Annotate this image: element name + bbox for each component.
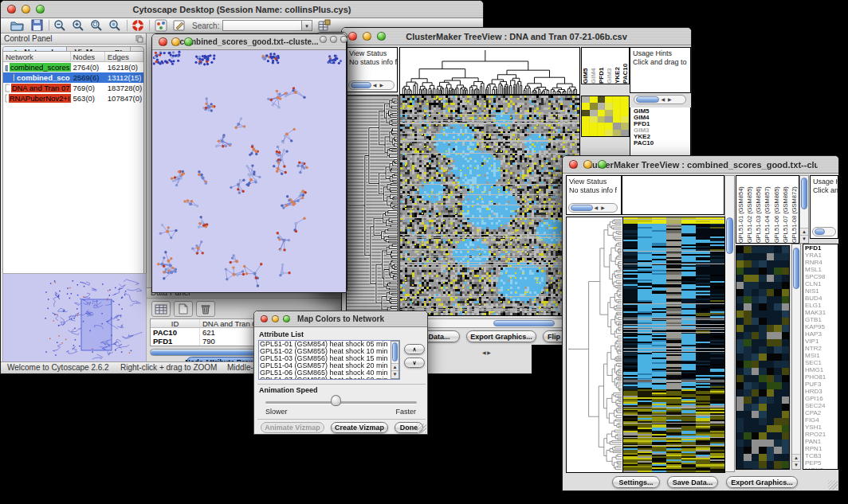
matrix-cell[interactable] [613, 130, 621, 136]
slider-thumb[interactable] [331, 395, 341, 406]
attribute-listbox[interactable]: GPL51-01 (GSM854) heat shock 05 minGPL51… [258, 340, 400, 380]
gene-label[interactable]: CLN1 [805, 280, 838, 287]
array-label[interactable]: PFD1 [598, 48, 605, 84]
matrix-cell[interactable] [605, 130, 613, 136]
array-label[interactable]: GPL51-01 (GSM854) [737, 176, 744, 243]
network-tree-row[interactable]: combined_scores2764(0)16218(0) [3, 62, 143, 72]
treeview1-heatmap-canvas[interactable] [399, 95, 580, 316]
usage-hints-scrollbar[interactable] [812, 227, 836, 236]
gene-label[interactable]: PEP5 [805, 459, 838, 467]
col-edges[interactable]: Edges [105, 52, 143, 61]
matrix-cell[interactable] [613, 96, 621, 103]
matrix-cell[interactable] [582, 123, 590, 129]
zoom-fit-button[interactable] [90, 19, 104, 32]
gene-label[interactable]: MSI1 [805, 352, 838, 359]
gene-label[interactable]: PFD1 [805, 244, 838, 252]
network-tree-row[interactable]: DNA and Tran 07769(0)183728(0) [3, 83, 143, 93]
export-graphics-button[interactable]: Export Graphics... [726, 476, 798, 488]
zoom-button[interactable] [184, 37, 193, 46]
column-labels-scrollbar[interactable]: ▲ ▼ [799, 175, 809, 244]
view-status-scrollbar[interactable]: ◀▶ [568, 203, 618, 213]
treeview2-column-labels[interactable]: GPL51-01 (GSM854)GPL51-02 (GSM855)GPL51-… [736, 175, 799, 244]
zoom-button[interactable] [283, 315, 290, 322]
matrix-cell[interactable] [598, 130, 606, 136]
treeview2-heatmap-canvas[interactable] [622, 217, 725, 473]
gene-label[interactable]: SEC24 [805, 402, 838, 409]
gene-label[interactable]: RPO21 [805, 431, 838, 438]
row-dendrogram-canvas[interactable] [346, 95, 398, 316]
matrix-cell[interactable] [582, 116, 590, 123]
gene-label[interactable]: KAP95 [805, 323, 838, 330]
gene-label[interactable]: SPC98 [805, 273, 838, 280]
minimize-button[interactable] [363, 32, 371, 41]
matrix-cell[interactable] [605, 103, 613, 109]
gene-label[interactable]: FIG4 [805, 416, 838, 424]
matrix-cell[interactable] [598, 103, 606, 109]
zoom-out-button[interactable] [53, 19, 68, 32]
close-button[interactable] [569, 160, 578, 169]
gene-label[interactable]: PUF3 [805, 381, 838, 388]
minimize-button[interactable] [272, 315, 279, 322]
col-id[interactable]: ID [151, 319, 200, 327]
close-button[interactable] [7, 5, 16, 14]
matrix-cell[interactable] [590, 130, 598, 136]
network-overview-canvas[interactable] [2, 273, 147, 362]
matrix-cell[interactable] [613, 110, 621, 116]
matrix-cell[interactable] [605, 123, 613, 129]
network-tree-row[interactable]: RNAPuberNov2+I563(0)107847(0) [3, 93, 143, 104]
search-input[interactable] [222, 20, 302, 31]
matrix-cell[interactable] [598, 110, 606, 116]
gene-label[interactable]: GPI16 [805, 395, 838, 402]
matrix-cell[interactable] [582, 130, 590, 136]
array-label[interactable]: GPL51-08 (GSM872) [791, 176, 798, 243]
zoom-button[interactable] [340, 36, 347, 43]
gene-label[interactable]: PAC10 [634, 140, 690, 147]
column-tree-area[interactable] [622, 175, 724, 215]
delete-attribute-icon[interactable] [196, 301, 215, 317]
matrix-cell[interactable] [605, 110, 613, 116]
matrix-cell[interactable] [621, 96, 629, 103]
open-session-button[interactable] [10, 19, 25, 32]
gene-label[interactable]: BUD4 [805, 295, 838, 302]
minimize-button[interactable] [583, 160, 592, 169]
gene-label[interactable]: GTB1 [805, 316, 838, 323]
close-button[interactable] [159, 37, 167, 46]
gene-label[interactable]: ELG1 [805, 302, 838, 309]
treeview2-title-bar[interactable]: ClusterMaker TreeView : combined_scores_… [563, 156, 838, 174]
matrix-cell[interactable] [621, 103, 629, 109]
edit-network-icon[interactable] [173, 19, 187, 32]
dialog-title-bar[interactable]: Map Colors to Network [254, 311, 427, 327]
gene-label[interactable]: HRD3 [805, 388, 838, 395]
move-up-button[interactable]: ∧ [404, 344, 425, 354]
gene-label[interactable]: CPA2 [805, 409, 838, 416]
array-label[interactable]: YKE2 [614, 48, 621, 84]
array-label[interactable]: GIM5 [582, 48, 589, 84]
resize-grip[interactable] [417, 424, 426, 433]
array-label[interactable]: GPL51-02 (GSM855) [746, 176, 753, 243]
array-label[interactable]: GPL51-07 (GSM868) [782, 176, 789, 243]
attribute-browser-icon[interactable] [318, 19, 332, 32]
matrix-cell[interactable] [590, 116, 598, 123]
save-session-button[interactable] [31, 19, 45, 32]
matrix-cell[interactable] [598, 96, 606, 103]
gene-name-list[interactable]: PFD1YRA1RNR4MSL1SPC98CLN1NIS1BUD4ELG1MAK… [803, 244, 838, 470]
main-title-bar[interactable]: Cytoscape Desktop (Session Name: collins… [1, 1, 483, 18]
gene-label[interactable]: RNR4 [805, 259, 838, 266]
gene-label[interactable]: RPN1 [805, 445, 838, 452]
attribute-select-icon[interactable] [151, 301, 171, 317]
zoom-heatmap-canvas[interactable] [736, 245, 790, 470]
gene-list-scrollbar[interactable]: ▲ ▼ [791, 244, 801, 470]
col-nodes[interactable]: Nodes [71, 52, 105, 61]
matrix-cell[interactable] [621, 116, 629, 123]
zoom-selected-button[interactable] [108, 19, 123, 32]
gene-label[interactable]: YSH1 [805, 424, 838, 431]
matrix-cell[interactable] [621, 110, 629, 116]
gene-label[interactable]: MAK31 [805, 309, 838, 316]
gene-label[interactable]: NIS1 [805, 287, 838, 295]
gene-label[interactable]: HAP3 [805, 330, 838, 338]
matrix-cell[interactable] [582, 110, 590, 116]
matrix-cell[interactable] [590, 110, 598, 116]
matrix-cell[interactable] [621, 130, 629, 136]
zoom-in-button[interactable] [72, 19, 86, 32]
network-tree-row[interactable]: combined_sco2569(6)13112(15) [3, 72, 143, 83]
